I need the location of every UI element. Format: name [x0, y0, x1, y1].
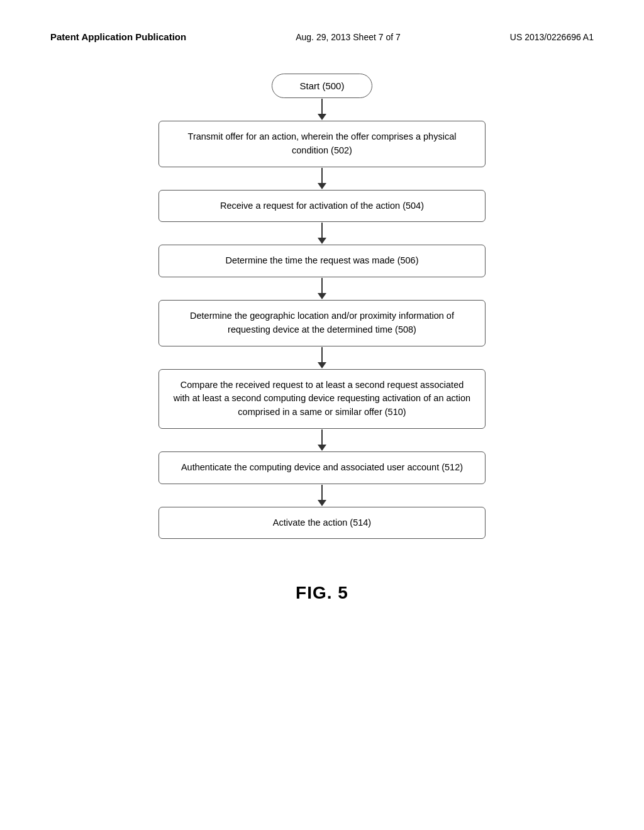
page: Patent Application Publication Aug. 29, …	[0, 0, 644, 830]
arrow-line-6	[321, 429, 323, 445]
flowchart-node-514: Activate the action (514)	[158, 507, 486, 540]
arrow-head-4	[318, 293, 326, 299]
flowchart-node-506: Determine the time the request was made …	[158, 245, 486, 277]
arrow-7	[318, 484, 326, 507]
arrow-head-3	[318, 238, 326, 244]
arrow-head-1	[318, 114, 326, 120]
flowchart-node-504: Receive a request for activation of the …	[158, 190, 486, 223]
header-patent-number: US 2013/0226696 A1	[510, 32, 594, 42]
flowchart-node-512: Authenticate the computing device and as…	[158, 451, 486, 484]
arrow-6	[318, 429, 326, 451]
arrow-head-5	[318, 362, 326, 368]
arrow-1	[318, 98, 326, 121]
arrow-4	[318, 277, 326, 300]
flowchart-node-508: Determine the geographic location and/or…	[158, 300, 486, 346]
header-publication-label: Patent Application Publication	[50, 31, 186, 42]
header-date-sheet: Aug. 29, 2013 Sheet 7 of 7	[296, 32, 401, 42]
arrow-head-6	[318, 445, 326, 451]
flowchart-node-start: Start (500)	[272, 74, 372, 98]
arrow-line-5	[321, 347, 323, 362]
page-header: Patent Application Publication Aug. 29, …	[0, 0, 644, 55]
flowchart-node-510: Compare the received request to at least…	[158, 369, 486, 429]
arrow-line-4	[321, 278, 323, 293]
flowchart-node-502: Transmit offer for an action, wherein th…	[158, 121, 486, 167]
arrow-line-3	[321, 223, 323, 238]
arrow-head-2	[318, 183, 326, 189]
arrow-line-2	[321, 168, 323, 183]
arrow-head-7	[318, 500, 326, 506]
arrow-5	[318, 346, 326, 369]
arrow-3	[318, 222, 326, 245]
flowchart: Start (500) Transmit offer for an action…	[0, 55, 644, 564]
arrow-line-7	[321, 485, 323, 500]
arrow-line-1	[321, 99, 323, 114]
arrow-2	[318, 167, 326, 190]
figure-label: FIG. 5	[0, 583, 644, 603]
